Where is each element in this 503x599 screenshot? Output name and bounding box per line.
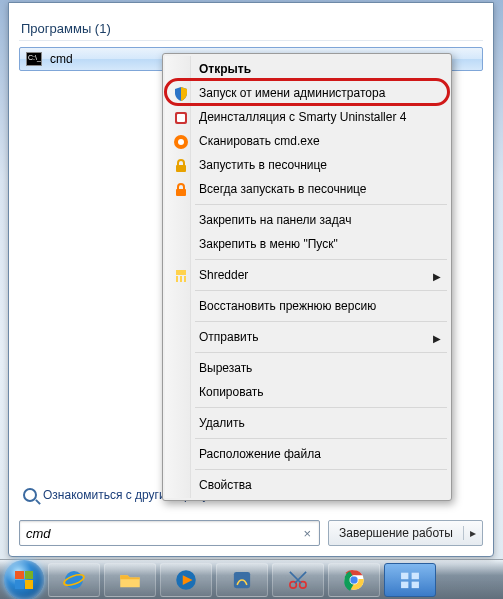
folder-icon [117, 567, 143, 593]
panels-icon [397, 567, 423, 593]
svg-rect-1 [177, 114, 185, 122]
menu-pin-start-label: Закрепить в меню "Пуск" [199, 237, 338, 251]
svg-point-10 [65, 571, 83, 589]
chevron-right-icon: ▶ [433, 333, 441, 344]
shutdown-button[interactable]: Завершение работы ▸ [328, 520, 483, 546]
menu-restore-previous[interactable]: Восстановить прежнюю версию [166, 294, 448, 318]
menu-separator [195, 352, 447, 353]
uninstaller-icon [173, 110, 189, 126]
svg-rect-5 [176, 189, 186, 196]
menu-copy[interactable]: Копировать [166, 380, 448, 404]
menu-properties[interactable]: Свойства [166, 473, 448, 497]
menu-run-as-admin-label: Запуск от имени администратора [199, 86, 385, 100]
svg-rect-20 [401, 572, 408, 579]
app-icon [229, 567, 255, 593]
shredder-icon [173, 268, 189, 284]
avast-icon [173, 134, 189, 150]
menu-open-file-location[interactable]: Расположение файла [166, 442, 448, 466]
search-input[interactable] [26, 526, 302, 541]
menu-separator [195, 259, 447, 260]
ie-icon [61, 567, 87, 593]
menu-separator [195, 469, 447, 470]
menu-delete[interactable]: Удалить [166, 411, 448, 435]
menu-separator [195, 290, 447, 291]
taskbar-app-1[interactable] [216, 563, 268, 597]
menu-separator [195, 438, 447, 439]
menu-open-label: Открыть [199, 62, 251, 76]
taskbar [0, 559, 503, 599]
menu-open[interactable]: Открыть [166, 57, 448, 81]
lock-icon [173, 158, 189, 174]
shutdown-label: Завершение работы [329, 526, 463, 540]
result-item-label: cmd [50, 52, 73, 66]
menu-separator [195, 204, 447, 205]
menu-pin-taskbar-label: Закрепить на панели задач [199, 213, 351, 227]
menu-run-as-admin[interactable]: Запуск от имени администратора [166, 81, 448, 105]
taskbar-ie[interactable] [48, 563, 100, 597]
scissors-icon [285, 567, 311, 593]
start-button[interactable] [4, 560, 44, 600]
taskbar-snipping[interactable] [272, 563, 324, 597]
svg-point-3 [178, 139, 184, 145]
svg-rect-21 [412, 572, 419, 579]
menu-copy-label: Копировать [199, 385, 264, 399]
windows-logo-icon [15, 571, 33, 589]
chevron-right-icon: ▶ [433, 271, 441, 282]
menu-send-to-label: Отправить [199, 330, 259, 344]
context-menu: Открыть Запуск от имени администратора Д… [162, 53, 452, 501]
menu-restore-previous-label: Восстановить прежнюю версию [199, 299, 376, 313]
cmd-icon [26, 52, 42, 66]
taskbar-active-app[interactable] [384, 563, 436, 597]
svg-rect-6 [176, 270, 186, 275]
clear-search-icon[interactable]: × [302, 526, 314, 541]
lock-orange-icon [173, 182, 189, 198]
svg-rect-23 [412, 581, 419, 588]
menu-separator [195, 407, 447, 408]
chrome-icon [341, 567, 367, 593]
menu-run-sandbox-label: Запустить в песочнице [199, 158, 327, 172]
svg-rect-7 [176, 276, 178, 282]
menu-open-file-location-label: Расположение файла [199, 447, 321, 461]
menu-send-to[interactable]: Отправить ▶ [166, 325, 448, 349]
taskbar-explorer[interactable] [104, 563, 156, 597]
menu-cut-label: Вырезать [199, 361, 252, 375]
menu-always-sandbox-label: Всегда запускать в песочнице [199, 182, 367, 196]
menu-scan[interactable]: Сканировать cmd.exe [166, 129, 448, 153]
menu-shredder[interactable]: Shredder ▶ [166, 263, 448, 287]
search-icon [23, 488, 37, 502]
menu-smarty-uninstall-label: Деинсталляция с Smarty Uninstaller 4 [199, 110, 406, 124]
shield-icon [173, 86, 189, 102]
header-rule [19, 40, 483, 41]
taskbar-chrome[interactable] [328, 563, 380, 597]
svg-rect-22 [401, 581, 408, 588]
svg-rect-8 [180, 276, 182, 282]
menu-properties-label: Свойства [199, 478, 252, 492]
menu-smarty-uninstall[interactable]: Деинсталляция с Smarty Uninstaller 4 [166, 105, 448, 129]
svg-rect-4 [176, 165, 186, 172]
menu-always-sandbox[interactable]: Всегда запускать в песочнице [166, 177, 448, 201]
menu-pin-start[interactable]: Закрепить в меню "Пуск" [166, 232, 448, 256]
menu-delete-label: Удалить [199, 416, 245, 430]
svg-rect-9 [184, 276, 186, 282]
taskbar-wmp[interactable] [160, 563, 212, 597]
search-box[interactable]: × [19, 520, 320, 546]
menu-run-sandbox[interactable]: Запустить в песочнице [166, 153, 448, 177]
menu-pin-taskbar[interactable]: Закрепить на панели задач [166, 208, 448, 232]
menu-shredder-label: Shredder [199, 268, 248, 282]
media-player-icon [173, 567, 199, 593]
shutdown-menu-arrow[interactable]: ▸ [463, 526, 482, 540]
menu-scan-label: Сканировать cmd.exe [199, 134, 320, 148]
menu-cut[interactable]: Вырезать [166, 356, 448, 380]
results-header: Программы (1) [21, 21, 483, 36]
menu-separator [195, 321, 447, 322]
